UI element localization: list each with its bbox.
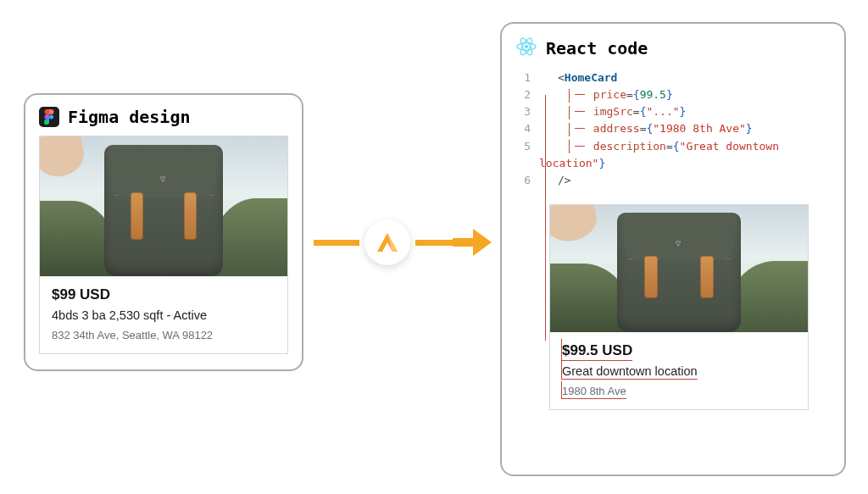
react-card-image: ▽ xyxy=(550,205,808,332)
react-panel: React code 1 <HomeCard 2 price={99.5} 3 … xyxy=(500,22,846,476)
svg-point-0 xyxy=(49,115,53,119)
arrow-head-icon xyxy=(453,226,492,258)
svg-point-4 xyxy=(525,45,528,48)
figma-panel: Figma design ▽ $99 USD 4bds 3 ba 2,530 s… xyxy=(24,93,303,371)
code-line: 2 price={99.5} xyxy=(517,86,831,103)
react-card-addr: 1980 8th Ave xyxy=(562,385,626,397)
amplify-icon xyxy=(364,219,410,265)
figma-card-addr: 832 34th Ave, Seattle, WA 98122 xyxy=(52,329,275,341)
transform-arrow xyxy=(314,215,492,269)
figma-card: ▽ $99 USD 4bds 3 ba 2,530 sqft - Active … xyxy=(39,136,288,354)
react-title: React code xyxy=(546,38,648,58)
code-line: 1 <HomeCard xyxy=(517,69,831,86)
code-line: 6 /> xyxy=(517,172,831,189)
figma-icon xyxy=(39,107,59,127)
connector-line xyxy=(545,95,546,341)
figma-header: Figma design xyxy=(39,107,288,127)
figma-card-desc: 4bds 3 ba 2,530 sqft - Active xyxy=(52,308,275,322)
code-line: 4 address={"1980 8th Ave"} xyxy=(517,120,831,137)
react-card: ➔ ▽ $99.5 USD Great downtown location 19… xyxy=(549,204,809,410)
figma-card-image: ▽ xyxy=(40,136,287,276)
react-icon xyxy=(515,36,537,61)
figma-title: Figma design xyxy=(68,107,191,127)
code-line: 5 description={"Great downtown location"… xyxy=(517,138,831,172)
figma-card-price: $99 USD xyxy=(52,286,275,303)
code-block: 1 <HomeCard 2 price={99.5} 3 imgSrc={"..… xyxy=(515,69,831,189)
react-card-price: $99.5 USD xyxy=(562,342,632,359)
code-line: 3 imgSrc={"..."} xyxy=(517,103,831,120)
react-card-desc: Great downtown location xyxy=(562,364,698,378)
react-header: React code xyxy=(515,36,831,61)
